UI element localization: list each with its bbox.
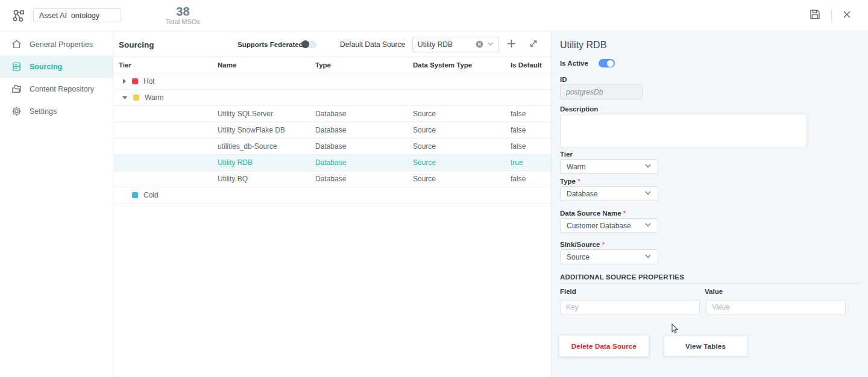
content-repository-icon — [11, 84, 22, 94]
home-icon — [11, 39, 22, 49]
cell-name: Utility RDB — [218, 158, 315, 167]
is-active-toggle[interactable] — [599, 59, 615, 67]
id-input[interactable] — [560, 84, 643, 99]
stat-label: Total MSOs — [166, 18, 200, 25]
description-label: Description — [560, 105, 598, 113]
tier-group-label: Warm — [145, 93, 164, 102]
view-tables-button[interactable]: View Tables — [664, 335, 747, 357]
sidebar-item-settings[interactable]: Settings — [0, 100, 113, 122]
ontology-graph-icon — [12, 9, 25, 22]
tree-group-row-hot[interactable]: Hot — [114, 73, 551, 90]
column-header-tier: Tier — [114, 61, 218, 69]
sourcing-table: Tier Name Type Data System Type Is Defau… — [114, 57, 551, 204]
settings-gear-icon — [11, 106, 22, 116]
default-data-source-label: Default Data Source — [340, 40, 405, 49]
type-select[interactable]: Database — [560, 186, 658, 201]
page-title: Sourcing — [119, 40, 154, 49]
cell-data-system-type: Source — [413, 110, 511, 118]
table-row[interactable]: Utility SQLServer Database Source false — [114, 106, 551, 122]
cell-type: Database — [315, 142, 413, 151]
expand-button[interactable] — [527, 37, 539, 51]
table-row[interactable]: Utility BQ Database Source false — [114, 171, 551, 187]
sidebar-item-sourcing[interactable]: Sourcing — [0, 55, 113, 78]
tier-color-swatch — [133, 95, 139, 101]
table-row[interactable]: utilities_db-Source Database Source fals… — [114, 139, 551, 155]
sourcing-icon — [11, 61, 22, 72]
tree-group-row-cold[interactable]: Cold — [114, 187, 551, 204]
topbar-divider — [831, 8, 832, 23]
key-input[interactable] — [560, 300, 700, 314]
chevron-down-icon — [487, 40, 494, 49]
tree-caret-expanded-icon[interactable] — [122, 96, 127, 99]
value-label: Value — [705, 288, 723, 295]
tier-group-label: Hot — [143, 77, 155, 86]
sidebar-item-label: Content Repository — [30, 85, 94, 93]
sink-source-select-value: Source — [567, 253, 590, 261]
type-select-value: Database — [567, 190, 597, 198]
cell-data-system-type: Source — [413, 175, 511, 183]
column-header-type: Type — [315, 61, 413, 69]
workspace-name-input[interactable] — [33, 8, 121, 22]
save-button[interactable] — [808, 8, 822, 23]
tier-color-swatch — [132, 78, 138, 84]
default-data-source-value: Utility RDB — [418, 40, 476, 49]
supports-federated-label: Supports Federated — [237, 41, 303, 48]
sidebar-item-general-properties[interactable]: General Properties — [0, 33, 113, 55]
stat-value: 38 — [166, 5, 200, 18]
cell-data-system-type: Source — [413, 126, 511, 134]
table-row[interactable]: Utility SnowFlake DB Database Source fal… — [114, 122, 551, 139]
cell-name: Utility BQ — [218, 175, 315, 183]
close-button[interactable] — [841, 9, 852, 22]
value-input[interactable] — [706, 300, 846, 314]
add-data-source-button[interactable] — [506, 38, 517, 51]
chevron-down-icon — [644, 221, 652, 230]
cell-is-default: false — [511, 126, 551, 134]
table-row-selected[interactable]: Utility RDB Database Source true — [114, 155, 551, 171]
default-data-source-select[interactable]: Utility RDB — [412, 37, 499, 52]
tree-group-row-warm[interactable]: Warm — [114, 90, 551, 106]
tier-select[interactable]: Warm — [560, 159, 658, 174]
cell-data-system-type: Source — [413, 158, 511, 167]
cell-name: Utility SnowFlake DB — [218, 126, 315, 134]
details-title: Utility RDB — [560, 40, 606, 51]
cell-type: Database — [315, 158, 413, 167]
app-topbar: 38 Total MSOs — [0, 0, 868, 31]
required-asterisk: * — [623, 210, 626, 217]
table-header: Tier Name Type Data System Type Is Defau… — [114, 57, 551, 73]
sink-source-label: Sink/Source* — [560, 241, 605, 248]
required-asterisk: * — [577, 178, 580, 185]
cell-name: utilities_db-Source — [218, 142, 315, 151]
tier-select-value: Warm — [567, 163, 586, 171]
sink-source-select[interactable]: Source — [560, 249, 658, 264]
field-label: Field — [560, 288, 576, 295]
supports-federated-toggle[interactable] — [301, 41, 316, 48]
cell-is-default: false — [511, 110, 551, 118]
main-panel: Sourcing Supports Federated Default Data… — [114, 32, 551, 377]
expand-icon — [529, 39, 538, 50]
data-source-name-select[interactable]: Customer Database — [560, 218, 658, 233]
cell-name: Utility SQLServer — [218, 110, 315, 118]
description-textarea[interactable] — [560, 114, 807, 148]
cell-data-system-type: Source — [413, 142, 511, 151]
type-label: Type* — [560, 178, 580, 185]
required-asterisk: * — [602, 241, 604, 248]
delete-data-source-button[interactable]: Delete Data Source — [559, 335, 649, 357]
sidebar-item-content-repository[interactable]: Content Repository — [0, 78, 113, 100]
additional-properties-header: ADDITIONAL SOURCE PROPERTIES — [560, 273, 684, 281]
details-panel: Utility RDB Is Active ID Description Tie… — [551, 32, 868, 377]
chevron-down-icon — [644, 189, 652, 198]
cell-type: Database — [315, 126, 413, 134]
plus-icon — [507, 39, 516, 50]
cell-is-default: true — [511, 158, 551, 167]
column-header-name: Name — [218, 61, 315, 69]
data-source-name-label: Data Source Name* — [560, 210, 626, 217]
column-header-is-default: Is Default — [511, 61, 551, 69]
cell-type: Database — [315, 175, 413, 183]
column-header-data-system-type: Data System Type — [413, 61, 511, 69]
sidebar-item-label: Settings — [30, 107, 57, 116]
main-header: Sourcing Supports Federated Default Data… — [114, 32, 551, 57]
tree-caret-collapsed-icon[interactable] — [123, 79, 126, 84]
chevron-down-icon — [644, 252, 652, 261]
clear-selection-icon[interactable] — [476, 40, 483, 48]
tier-color-swatch — [132, 192, 138, 198]
